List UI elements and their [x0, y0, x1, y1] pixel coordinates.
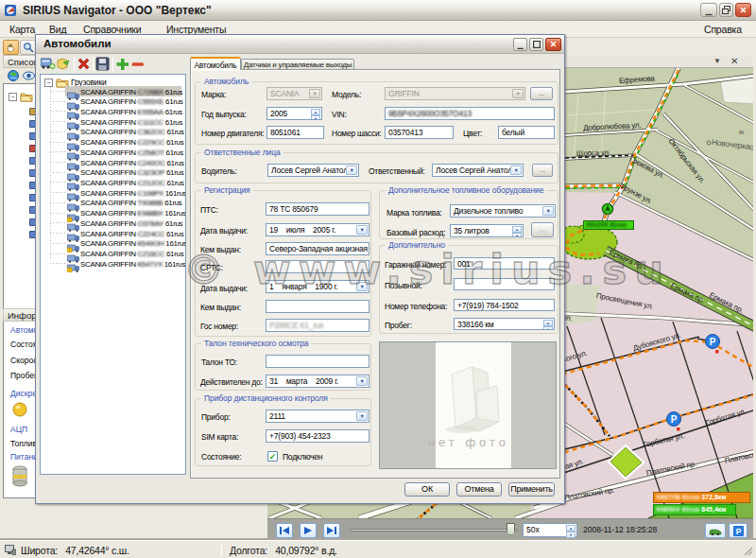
- tree-item-vehicle[interactable]: SCANIA GRIFFIN С111СС 61rus: [41, 116, 185, 127]
- driver-combobox[interactable]: Лосев Сергей Анатоль ▼: [267, 164, 359, 177]
- close-button[interactable]: ✕: [735, 3, 751, 17]
- remove-icon[interactable]: [130, 57, 145, 71]
- pts-input[interactable]: 78 ТС 850679: [266, 202, 369, 216]
- route-info-tag-green[interactable]: Х065ХХ 61rus 845,4км: [653, 504, 736, 515]
- tree-item-vehicle[interactable]: SCANIA GRIFFIN Е955АА 61rus: [41, 106, 185, 116]
- sim-input[interactable]: +7(903) 454-2323: [266, 429, 369, 443]
- tree-item-vehicle[interactable]: !SCANIA GRIFFIN Е988ВХ 161rus: [41, 208, 185, 218]
- chassis-input[interactable]: 03570413: [385, 126, 454, 139]
- tree-item-vehicle[interactable]: SCANIA GRIFFIN С726ВХ 61rus: [41, 86, 185, 96]
- save-icon[interactable]: [95, 57, 110, 71]
- tree-item-vehicle[interactable]: SCANIA GRIFFIN С362ОС 61rus: [41, 127, 185, 137]
- srts-input[interactable]: [266, 260, 369, 273]
- ok-button[interactable]: ОК: [404, 482, 450, 497]
- pan-tool-button[interactable]: [3, 40, 19, 55]
- connected-label: Подключен: [283, 452, 322, 462]
- tree-item-vehicle[interactable]: SCANIA GRIFFIN С198РХ 161rus: [41, 187, 185, 198]
- issue-date2-combobox[interactable]: 1 января 1900 г. ▼: [266, 280, 369, 293]
- issuer-input[interactable]: Северо-Западная акцизная т: [266, 242, 369, 255]
- tree-item-vehicle[interactable]: SCANIA GRIFFIN С216СС 61rus: [41, 249, 185, 259]
- fuel-rate-spinner[interactable]: ▲▼: [512, 226, 522, 235]
- dialog-close-button[interactable]: ✕: [545, 38, 561, 51]
- color-input[interactable]: белый: [498, 126, 555, 139]
- skip-start-button[interactable]: [276, 523, 293, 538]
- map-panel-close-icon[interactable]: ✕: [730, 56, 738, 66]
- fuel-rate-spinbox[interactable]: 35 литров ▲▼: [450, 224, 524, 237]
- apply-button[interactable]: Применить: [508, 482, 555, 497]
- tree-item-vehicle[interactable]: SCANIA GRIFFIN С229СС 61rus: [41, 137, 185, 148]
- fuel-type-combobox[interactable]: Дизельное топливо ▼: [450, 204, 556, 218]
- timeline-slider-track[interactable]: [350, 529, 518, 532]
- responsible-combobox[interactable]: Лосев Сергей Анатоль ▼: [432, 164, 524, 177]
- parking-toggle-button[interactable]: P: [729, 523, 747, 538]
- plate-input[interactable]: Р288СЕ 61_rus: [266, 319, 369, 332]
- dialog-toolbar: [40, 55, 186, 74]
- tab-vehicle[interactable]: Автомобиль: [190, 57, 241, 70]
- tree-expander[interactable]: −: [9, 93, 17, 101]
- device-combobox[interactable]: 2111 ▼: [266, 410, 369, 423]
- tree-item-label: SCANIA GRIFFIN С323ОР 61rus: [80, 168, 183, 177]
- skip-end-button[interactable]: [323, 523, 340, 538]
- engine-input[interactable]: 8051061: [266, 126, 324, 139]
- menu-help[interactable]: Справка: [704, 24, 742, 35]
- speed-select[interactable]: 50x ▲▼: [523, 523, 577, 537]
- model-combobox[interactable]: GRIFFIN ▼: [385, 87, 525, 100]
- fuel-extra-button[interactable]: ▄▄: [531, 222, 554, 237]
- tree-item-vehicle[interactable]: SCANIA GRIFFIN С323ОР 61rus: [41, 167, 185, 178]
- map-panel-menu-arrow-icon[interactable]: ▼: [713, 57, 721, 65]
- issue-date-combobox[interactable]: 19 июля 2005 г. ▼: [266, 223, 369, 236]
- route-info-tag-orange[interactable]: Х687УВ 61rus 372,8км: [653, 492, 750, 503]
- valid-until-combobox[interactable]: 31 марта 2009 г. ▼: [266, 375, 369, 388]
- mileage-spinbox[interactable]: 338166 км ▲▼: [454, 318, 555, 330]
- tree-item-vehicle[interactable]: SCANIA GRIFFIN О378АУ 61rus: [41, 218, 185, 228]
- delete-vehicle-icon[interactable]: [77, 57, 91, 71]
- dialog-minimize-button[interactable]: ▁: [513, 38, 527, 51]
- app-icon: [5, 4, 18, 17]
- vehicle-map-tag[interactable]: Х912ХХ 61rus: [583, 220, 634, 230]
- timeline-slider-thumb[interactable]: [507, 523, 515, 535]
- tree-item-vehicle[interactable]: SCANIA GRIFFIN С212ОС 61rus: [41, 177, 185, 187]
- resize-grip[interactable]: [743, 546, 753, 556]
- tree-item-vehicle[interactable]: !SCANIA GRIFFIN К547УХ 161rus: [41, 258, 185, 269]
- brand-combobox[interactable]: SCANIA ▼: [266, 87, 322, 100]
- menu-map[interactable]: Карта: [9, 24, 35, 35]
- track-view-button[interactable]: [705, 523, 726, 538]
- city-label-small: м.: [739, 129, 745, 135]
- ticket-input[interactable]: [266, 355, 369, 368]
- minimize-button[interactable]: ▁: [700, 3, 717, 17]
- valid-until-label: Действителен до:: [200, 377, 263, 387]
- dialog-maximize-button[interactable]: [529, 38, 543, 51]
- add-icon[interactable]: [115, 57, 129, 71]
- year-spinbox[interactable]: 2005 ▲▼: [266, 107, 322, 120]
- edit-vehicle-icon[interactable]: [56, 57, 71, 71]
- tree-item-vehicle[interactable]: SCANIA GRIFFIN С258ОТ 61rus: [41, 147, 185, 157]
- play-button[interactable]: [300, 523, 317, 538]
- connected-checkbox[interactable]: ✓: [267, 451, 278, 462]
- check-icon: ✓: [269, 452, 277, 462]
- tree-item-vehicle[interactable]: !SCANIA GRIFFIN К549ОН 161rus: [41, 238, 185, 249]
- garage-input[interactable]: 001: [454, 257, 555, 270]
- zoom-tool-button[interactable]: [20, 40, 36, 55]
- phone-input[interactable]: +7(919) 784-1502: [454, 299, 555, 311]
- mileage-spinner[interactable]: ▲▼: [543, 320, 553, 328]
- add-vehicle-icon[interactable]: [41, 57, 56, 71]
- model-browse-button[interactable]: ...: [530, 87, 553, 100]
- model-value: GRIFFIN: [388, 89, 420, 98]
- callsign-input[interactable]: [454, 278, 555, 290]
- issuer2-input[interactable]: [266, 300, 369, 313]
- eye-icon[interactable]: [23, 71, 35, 81]
- tree-item-vehicle[interactable]: SCANIA GRIFFIN С240ОС 61rus: [41, 157, 185, 167]
- state-label: Состояние:: [201, 452, 241, 462]
- cancel-button[interactable]: Отмена: [456, 482, 502, 497]
- globe-icon[interactable]: [8, 70, 20, 82]
- tree-item-vehicle[interactable]: SCANIA GRIFFIN С224СС 61rus: [41, 228, 185, 238]
- tree-item-vehicle[interactable]: SCANIA GRIFFIN С555ХЕ 61rus: [41, 96, 185, 107]
- chevron-down-icon: ▼: [309, 89, 320, 98]
- responsible-browse-button[interactable]: ...: [532, 164, 553, 177]
- tree-item-vehicle[interactable]: SCANIA GRIFFIN Т908ВВ 61rus: [41, 198, 185, 208]
- srts-label: СРТС:: [200, 263, 223, 272]
- vin-input[interactable]: 9Б5Р4Х2600О357О413: [385, 107, 555, 120]
- restore-button[interactable]: [719, 3, 733, 17]
- year-spinner[interactable]: ▲▼: [311, 109, 320, 118]
- speed-spinner[interactable]: ▲▼: [566, 525, 576, 535]
